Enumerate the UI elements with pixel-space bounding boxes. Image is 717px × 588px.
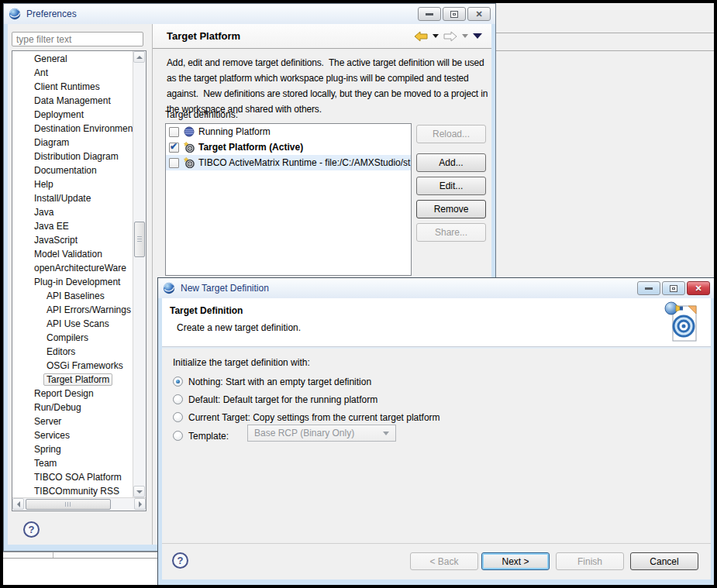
wizard-titlebar[interactable]: New Target Definition ✕ — [158, 278, 714, 298]
target-label: Running Platform — [198, 126, 271, 137]
target-row[interactable]: Running Platform — [166, 124, 411, 139]
close-button[interactable]: ✕ — [467, 7, 491, 21]
tree-item[interactable]: OSGi Frameworks — [12, 359, 133, 373]
wizard-page-title: Target Definition — [170, 305, 243, 316]
tree-item[interactable]: Data Management — [12, 94, 133, 108]
window-title: New Target Definition — [181, 283, 269, 294]
wizard-body: Initialize the target definition with: N… — [162, 346, 711, 544]
tree-item[interactable]: General — [12, 52, 133, 66]
radio-label: Current Target: Copy settings from the c… — [188, 412, 440, 423]
tree-item[interactable]: Deployment — [12, 108, 133, 122]
wizard-page-description: Create a new target definition. — [177, 322, 301, 333]
radio-option-default[interactable]: Default: Default target for the running … — [173, 394, 377, 405]
minimize-button[interactable] — [418, 7, 441, 21]
tree-item[interactable]: Services — [12, 428, 133, 442]
minimize-icon — [426, 13, 433, 15]
target-checkbox[interactable] — [169, 127, 179, 137]
radio-option-current-target[interactable]: Current Target: Copy settings from the c… — [173, 411, 440, 423]
tree-item[interactable]: Diagram — [12, 136, 133, 150]
target-definition-icon — [184, 157, 195, 168]
target-definition-banner-icon — [663, 301, 705, 344]
scrollbar-thumb[interactable] — [134, 222, 145, 257]
scroll-up-icon[interactable] — [133, 51, 145, 63]
edit-button[interactable]: Edit... — [416, 177, 486, 195]
target-checkbox-checked[interactable]: ✔ — [169, 143, 179, 153]
back-button[interactable] — [414, 31, 428, 42]
tree-item[interactable]: Server — [12, 414, 133, 428]
help-button[interactable]: ? — [23, 521, 40, 538]
target-row-selected[interactable]: TIBCO ActiveMatrix Runtime - file:/C:/AM… — [166, 155, 411, 170]
tree-item[interactable]: Run/Debug — [12, 401, 133, 414]
radio-button[interactable] — [173, 412, 183, 422]
page-navigation — [414, 31, 482, 42]
cancel-button[interactable]: Cancel — [630, 552, 698, 570]
maximize-button[interactable] — [443, 7, 466, 21]
back-history-dropdown-icon[interactable] — [433, 34, 439, 38]
filter-input[interactable] — [12, 32, 143, 46]
tree-item[interactable]: Plug-in Development — [12, 275, 133, 289]
maximize-button[interactable] — [662, 281, 685, 295]
minimize-button[interactable] — [637, 281, 660, 295]
radio-option-nothing[interactable]: Nothing: Start with an empty target defi… — [173, 376, 371, 387]
help-button[interactable]: ? — [172, 552, 188, 569]
tree-item[interactable]: Editors — [12, 345, 133, 359]
add-button[interactable]: Add... — [416, 153, 486, 172]
remove-button[interactable]: Remove — [416, 200, 486, 218]
scroll-right-icon[interactable] — [134, 498, 146, 510]
radio-button[interactable] — [173, 394, 183, 404]
next-button[interactable]: Next > — [481, 552, 550, 570]
tree-vertical-scrollbar[interactable] — [133, 51, 146, 497]
tree-item[interactable]: JavaScript — [12, 233, 133, 247]
scroll-left-icon[interactable] — [12, 498, 24, 510]
tree-item[interactable]: Distribution Diagram — [12, 150, 133, 163]
tree-item[interactable]: Compilers — [12, 331, 133, 345]
scrollbar-thumb[interactable] — [26, 499, 111, 510]
tree-item[interactable]: Destination Environmen — [12, 122, 133, 136]
target-label: Target Platform (Active) — [198, 142, 303, 153]
check-icon: ✔ — [170, 141, 178, 152]
screen: Preferences ✕ General Ant Client Runtime… — [0, 0, 717, 588]
scroll-down-icon[interactable] — [133, 486, 145, 497]
target-row[interactable]: ✔ Target Platform (Active) — [166, 139, 411, 155]
radio-label: Template: — [188, 431, 229, 442]
close-button[interactable]: ✕ — [687, 281, 710, 295]
preferences-titlebar[interactable]: Preferences ✕ — [4, 4, 495, 24]
tree-item[interactable]: Install/Update — [12, 191, 133, 205]
tree-item[interactable]: API Use Scans — [12, 317, 133, 331]
forward-button — [443, 31, 457, 42]
view-menu-icon[interactable] — [473, 33, 482, 39]
workbench-divider — [492, 33, 714, 33]
wizard-header: Target Definition Create a new target de… — [162, 298, 711, 347]
radio-option-template[interactable]: Template: — [173, 430, 229, 442]
tree-item[interactable]: Java EE — [12, 219, 133, 233]
running-platform-icon — [184, 126, 195, 137]
tree-item[interactable]: openArchitectureWare — [12, 261, 133, 275]
tree-item[interactable]: TIBCO SOA Platform — [12, 470, 133, 484]
tree-item[interactable]: Documentation — [12, 163, 133, 177]
target-definition-icon — [184, 142, 195, 153]
tree-item[interactable]: API Errors/Warnings — [12, 303, 133, 317]
target-checkbox[interactable] — [169, 158, 179, 168]
tree-item-selected[interactable]: Target Platform — [12, 373, 133, 387]
tree-item[interactable]: Java — [12, 205, 133, 219]
tree-item[interactable]: Ant — [12, 66, 133, 80]
tree-item[interactable]: Help — [12, 177, 133, 191]
tree-item[interactable]: TIBCOmmunity RSS — [12, 484, 133, 498]
share-button: Share... — [416, 223, 486, 242]
radio-label: Nothing: Start with an empty target defi… — [188, 377, 371, 387]
tree-item[interactable]: API Baselines — [12, 289, 133, 303]
target-definitions-label: Target definitions: — [165, 109, 238, 120]
tree-item[interactable]: Report Design — [12, 387, 133, 401]
eclipse-logo-icon — [163, 282, 175, 294]
minimize-icon — [645, 287, 653, 290]
radio-button[interactable] — [173, 431, 183, 441]
tree-item[interactable]: Team — [12, 456, 133, 470]
tree-item[interactable]: Model Validation — [12, 247, 133, 261]
tree-item[interactable]: Client Runtimes — [12, 80, 133, 94]
radio-button-selected[interactable] — [173, 377, 183, 387]
wizard-content: Target Definition Create a new target de… — [162, 298, 711, 579]
statusbar-divider — [53, 552, 53, 558]
tree-item[interactable]: Spring — [12, 442, 133, 456]
tree-horizontal-scrollbar[interactable] — [12, 497, 146, 511]
workbench-divider — [492, 50, 714, 51]
